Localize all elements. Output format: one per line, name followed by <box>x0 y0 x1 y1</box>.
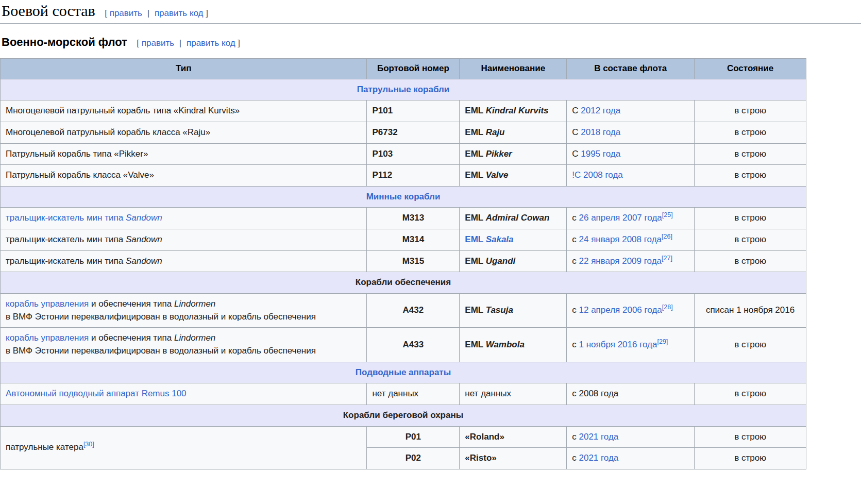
ship-link[interactable]: EML <box>465 234 485 244</box>
footnote-ref[interactable]: [28] <box>662 304 673 311</box>
text-segment: в ВМФ Эстонии переквалифицирован в водол… <box>6 346 316 356</box>
ship-class-link[interactable]: Sandown <box>126 213 162 223</box>
section-header-cell: Корабли обеспечения <box>1 272 806 294</box>
text-segment: A432 <box>403 305 424 315</box>
ship-class-link[interactable]: тральщик-искатель мин типа <box>6 213 126 223</box>
text-segment: в строю <box>734 106 766 115</box>
status-cell: в строю <box>695 229 806 251</box>
status-cell: в строю <box>695 448 806 469</box>
date-link[interactable]: 24 января 2008 года <box>579 234 662 244</box>
ship-link[interactable]: Sakala <box>486 234 514 244</box>
section-title-link[interactable]: Патрульные корабли <box>357 85 449 94</box>
text-segment: в строю <box>734 127 766 137</box>
year-link[interactable]: 2021 года <box>579 453 619 463</box>
fleet-cell: с 22 января 2009 года[27] <box>567 250 695 272</box>
footnote-ref[interactable]: [25] <box>662 212 673 219</box>
table-row: Патрульный корабль класса «Valve»P112EML… <box>1 165 806 187</box>
text-segment: Патрульный корабль типа «Pikker» <box>6 149 148 159</box>
text-segment: Pikker <box>486 149 512 159</box>
type-cell: корабль управления и обеспечения типа Li… <box>1 294 367 328</box>
fleet-cell: С 2018 года <box>567 122 695 143</box>
table-row: тральщик-искатель мин типа SandownM313EM… <box>1 208 806 229</box>
text-segment: с <box>572 305 579 315</box>
col-header-fleet: В составе флота <box>567 59 695 79</box>
ship-type-link[interactable]: Автономный подводный аппарат Remus 100 <box>6 389 187 398</box>
year-link[interactable]: !С 2008 года <box>572 170 623 180</box>
text-segment: Admiral Cowan <box>486 213 550 223</box>
text-segment: EML <box>465 305 485 315</box>
text-segment: в строю <box>734 149 766 159</box>
text-segment: P112 <box>372 170 392 180</box>
text-segment: P101 <box>372 106 393 115</box>
text-segment: P103 <box>372 149 393 159</box>
status-cell: в строю <box>695 143 806 165</box>
edit-bracket-open: [ <box>137 38 139 48</box>
year-link[interactable]: 2012 года <box>581 106 620 115</box>
text-segment: патрульные катера <box>6 442 83 452</box>
footnote-ref[interactable]: [29] <box>657 338 668 345</box>
year-link[interactable]: 1995 года <box>581 149 620 159</box>
year-link[interactable]: 2021 года <box>579 432 619 442</box>
date-link[interactable]: 26 апреля 2007 года <box>579 213 662 223</box>
text-segment: нет данных <box>465 389 511 398</box>
text-segment: с <box>572 213 579 223</box>
type-cell: Многоцелевой патрульный корабль типа «Ki… <box>1 100 367 122</box>
table-body: Патрульные кораблиМногоцелевой патрульны… <box>1 79 806 469</box>
hull-cell: нет данных <box>367 383 460 405</box>
col-header-hull: Бортовой номер <box>367 59 460 79</box>
text-segment: Lindormen <box>174 299 215 309</box>
status-cell: в строю <box>695 208 806 229</box>
table-row: патрульные катера[30]P01«Roland»с 2021 г… <box>1 426 806 448</box>
section-title-link[interactable]: Подводные аппараты <box>356 367 451 377</box>
text-segment: в строю <box>734 234 766 244</box>
edit-source-link[interactable]: править код <box>187 38 235 48</box>
section-header-cell: Корабли береговой охраны <box>1 405 806 426</box>
name-cell: EML Tasuja <box>460 294 567 328</box>
ship-type-link[interactable]: корабль управления <box>6 333 89 343</box>
footnote-ref[interactable]: [26] <box>662 233 672 240</box>
text-segment: EML <box>465 106 485 115</box>
text-segment: и обеспечения типа <box>89 299 174 309</box>
text-segment: P01 <box>406 432 421 442</box>
date-link[interactable]: 22 января 2009 года <box>579 256 662 266</box>
edit-link[interactable]: править <box>142 38 174 48</box>
h2-editsection: [ править | править код ] <box>105 8 208 18</box>
article-page: Боевой состав [ править | править код ] … <box>0 0 861 469</box>
text-segment: списан 1 ноября 2016 <box>706 305 795 315</box>
edit-divider: | <box>147 8 149 18</box>
ship-type-link[interactable]: корабль управления <box>6 299 89 309</box>
text-segment: M315 <box>402 256 425 266</box>
table-row: корабль управления и обеспечения типа Li… <box>1 328 806 362</box>
subsection-heading-wrap: Военно-морской флот [ править | править … <box>2 36 861 49</box>
status-cell: в строю <box>695 165 806 187</box>
table-row: корабль управления и обеспечения типа Li… <box>1 294 806 328</box>
date-link[interactable]: 1 ноября 2016 года <box>579 340 657 349</box>
edit-link[interactable]: править <box>110 8 142 18</box>
edit-source-link[interactable]: править код <box>155 8 204 18</box>
text-segment: Sandown <box>126 234 162 244</box>
name-cell: EML Wambola <box>460 328 567 362</box>
text-segment: в строю <box>734 432 766 442</box>
text-segment: Sandown <box>126 256 162 266</box>
page-title: Боевой состав <box>2 2 95 19</box>
footnote-ref[interactable]: [27] <box>662 255 672 262</box>
text-segment: M313 <box>402 213 425 223</box>
footnote-ref[interactable]: [30] <box>83 441 94 448</box>
hull-cell: P01 <box>367 426 460 448</box>
hull-cell: P112 <box>367 165 460 187</box>
text-segment: EML <box>465 127 485 137</box>
text-segment: с <box>572 432 579 442</box>
hull-cell: M315 <box>367 250 460 272</box>
type-cell: Многоцелевой патрульный корабль класса «… <box>1 122 367 143</box>
text-segment: EML <box>465 213 485 223</box>
text-segment: С <box>572 127 581 137</box>
text-segment: EML <box>465 340 485 349</box>
status-cell: в строю <box>695 250 806 272</box>
section-title-link[interactable]: Минные корабли <box>366 192 441 201</box>
hull-cell: P101 <box>367 100 460 122</box>
text-segment: A433 <box>403 340 424 349</box>
year-link[interactable]: 2018 года <box>581 127 620 137</box>
name-cell: EML Raju <box>460 122 567 143</box>
text-segment: в строю <box>734 170 766 180</box>
date-link[interactable]: 12 апреля 2006 года <box>579 305 662 315</box>
